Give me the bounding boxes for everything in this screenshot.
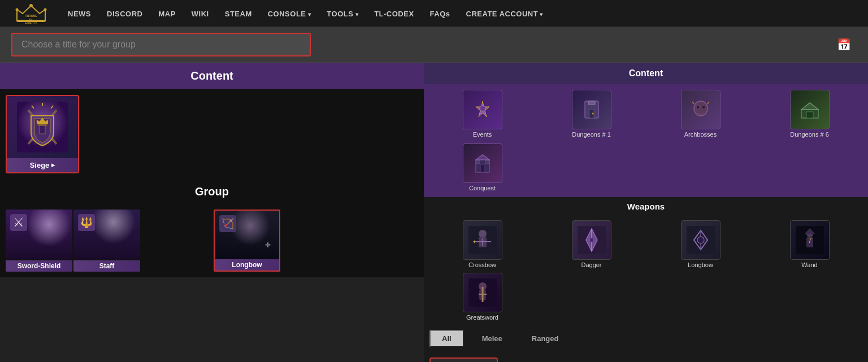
wand-label: Wand (801, 261, 817, 268)
nav-links: NEWS DISCORD MAP WIKI STEAM CONSOLE TOOL… (68, 8, 543, 19)
svg-point-25 (694, 101, 708, 116)
conquest-label: Conquest (469, 185, 496, 191)
nav-discord[interactable]: DISCORD (107, 10, 142, 18)
weapons-grid: Crossbow Dagger (424, 216, 868, 273)
svg-rect-18 (38, 124, 47, 126)
dagger-icon-box (572, 220, 611, 260)
svg-rect-35 (485, 160, 489, 164)
staff-label: Staff (73, 260, 140, 272)
weapon-card-longbow[interactable]: ✛ Longbow (214, 210, 280, 272)
content-icon-dungeons1[interactable]: Dungeons # 1 (539, 90, 644, 138)
title-bar: 📅 (0, 27, 868, 63)
logo[interactable]: THRONE AND LIBERTY (11, 1, 51, 26)
action-buttons: Copy Link New List (424, 352, 868, 362)
weapons-row2: Greatsword (424, 273, 868, 325)
left-panel: Content (0, 63, 424, 362)
svg-rect-33 (480, 164, 485, 172)
svg-rect-17 (40, 125, 45, 134)
weapon-icon-longbow[interactable]: Longbow (648, 220, 753, 268)
weapon-icon-crossbow[interactable]: Crossbow (429, 220, 535, 268)
svg-point-45 (589, 238, 594, 242)
main-layout: Content (0, 63, 868, 362)
content-icon-conquest[interactable]: Conquest (429, 143, 535, 191)
nav-news[interactable]: NEWS (68, 10, 91, 18)
weapon-icon-greatsword[interactable]: Greatsword (429, 273, 535, 321)
longbow-portrait: ✛ (215, 211, 279, 260)
sword-shield-label: Sword-Shield (6, 260, 72, 272)
nav-wiki[interactable]: WIKI (192, 10, 209, 18)
conquest-icon-box (463, 143, 502, 183)
events-label: Events (473, 131, 492, 138)
svg-point-24 (592, 113, 593, 115)
right-panel: Content Events (424, 63, 868, 362)
dungeons6-icon-box (790, 90, 830, 129)
svg-text:THRONE: THRONE (25, 14, 37, 18)
group-header-label: Group (195, 185, 229, 198)
archbosses-label: Archbosses (684, 131, 717, 138)
svg-marker-32 (476, 155, 489, 160)
siege-label: Siege (7, 158, 78, 172)
sword-shield-bg (6, 210, 72, 259)
weapon-card-sword-shield[interactable]: Sword-Shield (6, 210, 72, 272)
staff-portrait (73, 210, 140, 259)
longbow-label: Longbow (215, 259, 279, 271)
svg-point-5 (44, 8, 47, 11)
svg-rect-16 (37, 123, 48, 124)
greatsword-label: Greatsword (466, 314, 498, 321)
filter-tab-ranged[interactable]: Ranged (520, 331, 570, 346)
staff-bg (73, 210, 140, 259)
navbar: THRONE AND LIBERTY NEWS DISCORD MAP WIKI… (0, 0, 868, 27)
svg-point-37 (479, 230, 487, 238)
content-section: Siege (0, 89, 424, 180)
siege-card[interactable]: Siege (6, 95, 79, 173)
siege-shield-icon (17, 102, 68, 152)
filter-tab-all[interactable]: All (429, 330, 464, 347)
weapon-icon-wand[interactable]: 7 Wand (757, 220, 862, 268)
right-content-header: Content (424, 63, 868, 84)
longbow-icon-box (681, 220, 721, 260)
svg-point-4 (16, 8, 19, 11)
svg-point-27 (702, 106, 705, 109)
greatsword-icon-box (463, 273, 502, 312)
copy-link-button[interactable]: Copy Link (429, 357, 498, 362)
svg-marker-29 (801, 103, 818, 110)
siege-image (8, 96, 76, 158)
weapon-icon-dagger[interactable]: Dagger (539, 220, 644, 268)
nav-steam[interactable]: STEAM (225, 10, 252, 18)
nav-console[interactable]: CONSOLE (268, 10, 311, 18)
calendar-icon[interactable]: 📅 (837, 38, 851, 51)
content-icon-archbosses[interactable]: Archbosses (648, 90, 753, 138)
nav-map[interactable]: MAP (158, 10, 175, 18)
nav-faqs[interactable]: FAQs (430, 10, 450, 18)
longbow-bg: ✛ (215, 211, 279, 260)
group-items: Sword-Shield Staff ✛ (0, 204, 424, 277)
nav-tlcodex[interactable]: TL-CODEX (374, 10, 414, 18)
new-list-button[interactable]: New List (504, 359, 558, 362)
longbow-icon-label: Longbow (688, 261, 713, 268)
content-icon-events[interactable]: Events (429, 90, 535, 138)
nav-create-account[interactable]: CREATE ACCOUNT (466, 10, 543, 18)
crossbow-label: Crossbow (468, 261, 496, 268)
content-icons-grid: Events Dungeons # 1 (424, 84, 868, 143)
svg-point-20 (480, 106, 485, 111)
weapon-card-staff[interactable]: Staff (73, 210, 140, 272)
archbosses-icon-box (681, 90, 721, 129)
group-section: Group Sword-Shield Staff (0, 180, 424, 277)
svg-rect-34 (476, 160, 480, 164)
filter-tab-melee[interactable]: Melee (471, 331, 514, 346)
wand-icon-box: 7 (790, 220, 830, 260)
nav-tools[interactable]: TOOLS (327, 10, 358, 18)
dungeons1-label: Dungeons # 1 (572, 131, 611, 138)
svg-text:LIBERTY: LIBERTY (25, 21, 37, 24)
dagger-label: Dagger (581, 261, 601, 268)
svg-rect-22 (588, 101, 595, 104)
content-icon-dungeons6[interactable]: Dungeons # 6 (757, 90, 862, 138)
group-header: Group (0, 180, 424, 204)
dungeons1-icon-box (572, 90, 611, 129)
group-title-input[interactable] (11, 33, 311, 56)
svg-point-49 (697, 237, 704, 243)
crossbow-icon-box (463, 220, 502, 260)
events-icon-box (463, 90, 502, 129)
svg-point-26 (696, 106, 700, 109)
filter-tabs: All Melee Ranged (424, 325, 868, 352)
